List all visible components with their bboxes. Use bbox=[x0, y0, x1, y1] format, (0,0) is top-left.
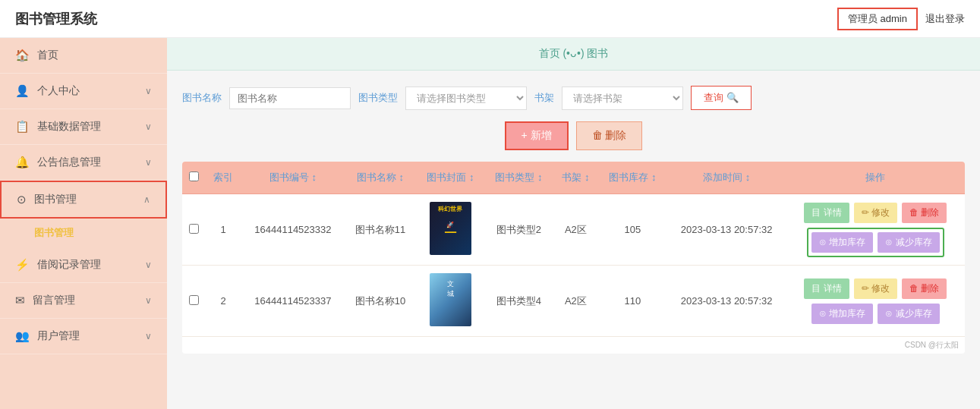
main-content: 首页 (•ᴗ•) 图书 图书名称 图书类型 请选择图书类型 书架 请选择书架 查… bbox=[167, 38, 980, 409]
breadcrumb: 首页 (•ᴗ•) 图书 bbox=[167, 38, 980, 71]
home-icon: 🏠 bbox=[15, 49, 30, 62]
row2-edit-button[interactable]: ✏ 修改 bbox=[854, 278, 897, 299]
sidebar-label-personal: 个人中心 bbox=[37, 84, 80, 98]
table-header-row: 索引 图书编号 ↕ 图书名称 ↕ 图书封面 ↕ 图书类型 ↕ 书架 ↕ 图书库存… bbox=[182, 162, 965, 194]
sidebar-sub-book: 图书管理 bbox=[0, 219, 167, 247]
row2-detail-button[interactable]: 目 详情 bbox=[804, 278, 849, 299]
col-book-no: 图书编号 ↕ bbox=[241, 162, 344, 194]
sidebar-label-home: 首页 bbox=[37, 49, 58, 62]
content-area: 图书名称 图书类型 请选择图书类型 书架 请选择书架 查询 🔍 + 新增 🗑 删… bbox=[167, 71, 980, 369]
logout-button[interactable]: 退出登录 bbox=[925, 12, 965, 26]
col-stock: 图书库存 ↕ bbox=[598, 162, 666, 194]
book-icon: ⊙ bbox=[17, 193, 27, 206]
sidebar-item-message[interactable]: ✉ 留言管理 ∨ bbox=[0, 283, 167, 319]
row1-edit-button[interactable]: ✏ 修改 bbox=[854, 203, 897, 223]
col-book-name: 图书名称 ↕ bbox=[344, 162, 416, 194]
row1-type: 图书类型2 bbox=[484, 194, 553, 266]
row2-book-no: 16444114523337 bbox=[241, 266, 344, 337]
book-table: 索引 图书编号 ↕ 图书名称 ↕ 图书封面 ↕ 图书类型 ↕ 书架 ↕ 图书库存… bbox=[182, 162, 965, 354]
sidebar-label-book: 图书管理 bbox=[34, 193, 77, 206]
sidebar: 🏠 首页 👤 个人中心 ∨ 📋 基础数据管理 ∨ 🔔 公告信息管理 ∨ bbox=[0, 38, 167, 409]
header-right: 管理员 admin 退出登录 bbox=[837, 8, 965, 30]
borrow-icon: ⚡ bbox=[15, 258, 30, 272]
col-cover: 图书封面 ↕ bbox=[416, 162, 484, 194]
row1-checkbox-cell bbox=[182, 194, 205, 266]
sidebar-item-basic-data[interactable]: 📋 基础数据管理 ∨ bbox=[0, 109, 167, 145]
header: 图书管理系统 管理员 admin 退出登录 bbox=[0, 0, 980, 38]
chevron-icon-3: ∨ bbox=[145, 157, 152, 168]
row1-time: 2023-03-13 20:57:32 bbox=[666, 194, 786, 266]
row2-type: 图书类型4 bbox=[484, 266, 553, 337]
table-row: 2 16444114523337 图书名称10 文城 图书类型4 A2区 110 bbox=[182, 266, 965, 337]
row2-book-name: 图书名称10 bbox=[344, 266, 416, 337]
chevron-icon-7: ∨ bbox=[145, 331, 152, 341]
sidebar-item-announcement[interactable]: 🔔 公告信息管理 ∨ bbox=[0, 145, 167, 181]
col-time: 添加时间 ↕ bbox=[666, 162, 786, 194]
row2-checkbox[interactable] bbox=[189, 295, 199, 305]
row2-checkbox-cell bbox=[182, 266, 205, 337]
col-op: 操作 bbox=[786, 162, 965, 194]
row1-index: 1 bbox=[205, 194, 241, 266]
app-title: 图书管理系统 bbox=[15, 10, 97, 28]
data-table: 索引 图书编号 ↕ 图书名称 ↕ 图书封面 ↕ 图书类型 ↕ 书架 ↕ 图书库存… bbox=[182, 162, 965, 337]
chevron-icon: ∨ bbox=[145, 86, 152, 96]
row1-decrease-button[interactable]: ⊙ 减少库存 bbox=[878, 232, 939, 253]
search-bar: 图书名称 图书类型 请选择图书类型 书架 请选择书架 查询 🔍 bbox=[182, 86, 965, 110]
book-name-input[interactable] bbox=[229, 87, 351, 109]
shelf-select[interactable]: 请选择书架 bbox=[562, 87, 683, 110]
data-icon: 📋 bbox=[15, 120, 30, 134]
users-icon: 👥 bbox=[15, 329, 30, 343]
select-all-checkbox[interactable] bbox=[189, 171, 199, 181]
book-name-label: 图书名称 bbox=[182, 91, 222, 105]
sidebar-label-announcement: 公告信息管理 bbox=[37, 156, 101, 169]
row2-op: 目 详情 ✏ 修改 🗑 删除 ⊙ 增加库存 ⊙ 减少库存 bbox=[786, 266, 965, 337]
message-icon: ✉ bbox=[15, 294, 25, 307]
row1-delete-button[interactable]: 🗑 删除 bbox=[902, 203, 947, 223]
col-type: 图书类型 ↕ bbox=[484, 162, 553, 194]
person-icon: 👤 bbox=[15, 84, 30, 98]
row2-shelf: A2区 bbox=[553, 266, 598, 337]
chevron-icon-5: ∨ bbox=[145, 260, 152, 270]
row1-stock-buttons: ⊙ 增加库存 ⊙ 减少库存 bbox=[807, 228, 944, 257]
row1-book-name: 图书名称11 bbox=[344, 194, 416, 266]
shelf-label: 书架 bbox=[534, 91, 554, 105]
add-button[interactable]: + 新增 bbox=[505, 121, 569, 150]
row2-decrease-button[interactable]: ⊙ 减少库存 bbox=[878, 304, 939, 324]
query-button[interactable]: 查询 🔍 bbox=[691, 86, 752, 110]
batch-delete-button[interactable]: 🗑 删除 bbox=[576, 121, 643, 150]
col-shelf: 书架 ↕ bbox=[553, 162, 598, 194]
row2-stock: 110 bbox=[598, 266, 666, 337]
table-row: 1 16444114523332 图书名称11 科幻世界🚀━━━ 图书类型2 A… bbox=[182, 194, 965, 266]
layout: 🏠 首页 👤 个人中心 ∨ 📋 基础数据管理 ∨ 🔔 公告信息管理 ∨ bbox=[0, 38, 980, 409]
row1-op: 目 详情 ✏ 修改 🗑 删除 ⊙ 增加库存 ⊙ 减少库存 bbox=[786, 194, 965, 266]
row2-delete-button[interactable]: 🗑 删除 bbox=[902, 278, 947, 299]
row1-book-no: 16444114523332 bbox=[241, 194, 344, 266]
row1-increase-button[interactable]: ⊙ 增加库存 bbox=[811, 232, 873, 253]
sidebar-item-personal[interactable]: 👤 个人中心 ∨ bbox=[0, 74, 167, 109]
row1-cover: 科幻世界🚀━━━ bbox=[416, 194, 484, 266]
col-index: 索引 bbox=[205, 162, 241, 194]
row2-cover-image: 文城 bbox=[430, 273, 471, 326]
col-checkbox bbox=[182, 162, 205, 194]
chevron-icon-4: ∧ bbox=[143, 194, 150, 205]
sidebar-item-borrow[interactable]: ⚡ 借阅记录管理 ∨ bbox=[0, 247, 167, 283]
chevron-icon-2: ∨ bbox=[145, 121, 152, 132]
sidebar-label-basic: 基础数据管理 bbox=[37, 120, 101, 134]
book-type-select[interactable]: 请选择图书类型 bbox=[405, 87, 527, 110]
sidebar-item-home[interactable]: 🏠 首页 bbox=[0, 38, 167, 74]
row2-index: 2 bbox=[205, 266, 241, 337]
row2-cover: 文城 bbox=[416, 266, 484, 337]
row1-checkbox[interactable] bbox=[189, 224, 199, 234]
chevron-icon-6: ∨ bbox=[145, 295, 152, 306]
sidebar-label-message: 留言管理 bbox=[33, 294, 75, 307]
row2-time: 2023-03-13 20:57:32 bbox=[666, 266, 786, 337]
row1-detail-button[interactable]: 目 详情 bbox=[804, 203, 849, 223]
sidebar-label-borrow: 借阅记录管理 bbox=[37, 258, 101, 272]
watermark: CSDN @行太阳 bbox=[182, 337, 965, 354]
row2-increase-button[interactable]: ⊙ 增加库存 bbox=[811, 304, 873, 324]
sidebar-item-book-mgmt[interactable]: ⊙ 图书管理 ∧ bbox=[0, 181, 167, 219]
admin-badge: 管理员 admin bbox=[837, 8, 918, 30]
sidebar-item-user-mgmt[interactable]: 👥 用户管理 ∨ bbox=[0, 319, 167, 354]
sidebar-sub-item-book-list[interactable]: 图书管理 bbox=[0, 219, 167, 247]
bell-icon: 🔔 bbox=[15, 156, 30, 169]
